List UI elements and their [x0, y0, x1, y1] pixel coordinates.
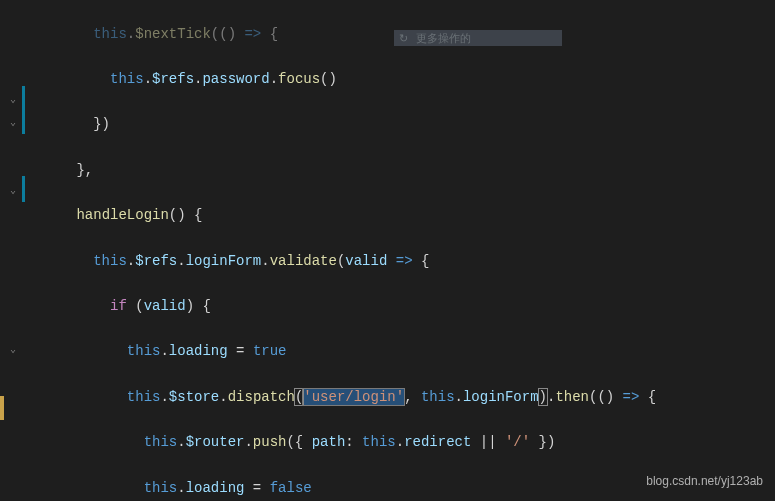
editor-gutter: ⌄ ⌄ ⌄ ⌄ [0, 0, 26, 501]
left-accent-bar [0, 396, 4, 420]
selected-text: 'user/login' [303, 389, 404, 405]
code-editor[interactable]: this.$nextTick(() => { this.$refs.passwo… [26, 0, 656, 501]
fold-chevron-icon[interactable]: ⌄ [6, 339, 20, 362]
watermark-text: blog.csdn.net/yj123ab [646, 470, 763, 493]
change-indicator [22, 86, 25, 134]
code-token: this [93, 26, 127, 42]
fold-chevron-icon[interactable]: ⌄ [6, 112, 20, 135]
fold-chevron-icon[interactable]: ⌄ [6, 89, 20, 112]
fold-chevron-icon[interactable]: ⌄ [6, 180, 20, 203]
change-indicator [22, 176, 25, 202]
